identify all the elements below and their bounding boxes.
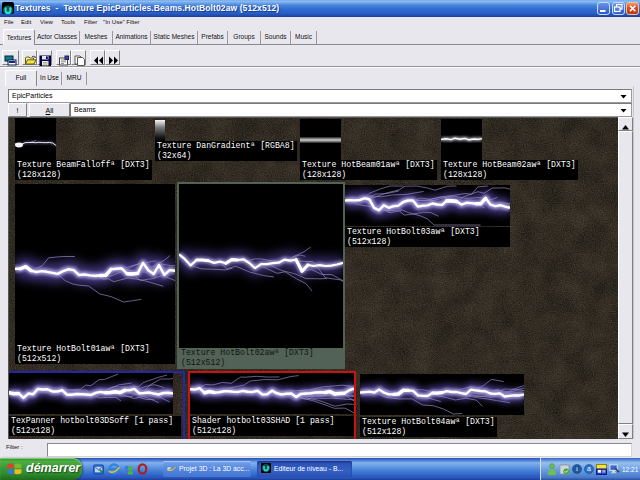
svg-text:e: e [167,463,171,473]
svg-text:i: i [576,465,578,472]
svg-text:a: a [587,465,591,472]
